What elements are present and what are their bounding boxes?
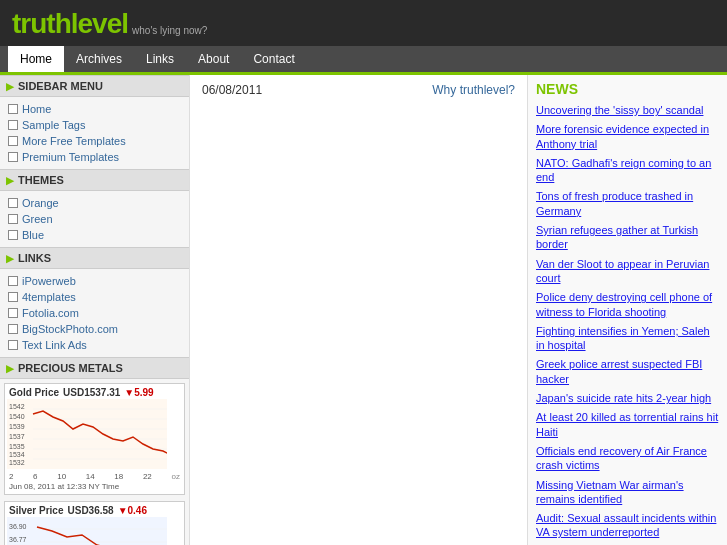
news-link[interactable]: Missing Vietnam War airman's remains ide… bbox=[536, 479, 684, 505]
sidebar-theme-link[interactable]: Blue bbox=[22, 229, 44, 241]
silver-label: Silver Price bbox=[9, 505, 63, 516]
nav-item-home[interactable]: Home bbox=[8, 46, 64, 72]
news-link[interactable]: Uncovering the 'sissy boy' scandal bbox=[536, 104, 703, 116]
nav-item-archives[interactable]: Archives bbox=[64, 46, 134, 72]
news-link[interactable]: Police deny destroying cell phone of wit… bbox=[536, 291, 712, 317]
sidebar-menu-links: HomeSample TagsMore Free TemplatesPremiu… bbox=[0, 97, 189, 169]
sidebar-theme-item: Blue bbox=[0, 227, 189, 243]
sidebar-menu-item: Home bbox=[0, 101, 189, 117]
sidebar-menu-item: Premium Templates bbox=[0, 149, 189, 165]
sidebar-theme-item: Green bbox=[0, 211, 189, 227]
gold-title: Gold Price USD1537.31 ▼5.99 bbox=[7, 386, 182, 399]
sidebar-ext-links: iPowerweb4templatesFotolia.comBigStockPh… bbox=[0, 269, 189, 357]
sidebar-link-item: iPowerweb bbox=[0, 273, 189, 289]
sidebar-menu-item: More Free Templates bbox=[0, 133, 189, 149]
news-item: Greek police arrest suspected FBI hacker bbox=[536, 357, 719, 386]
sidebar-link-item: Text Link Ads bbox=[0, 337, 189, 353]
why-truthlevel-link[interactable]: Why truthlevel? bbox=[432, 83, 515, 97]
svg-text:1537: 1537 bbox=[9, 433, 25, 440]
sidebar-theme-item: Orange bbox=[0, 195, 189, 211]
content: 06/08/2011 Why truthlevel? bbox=[190, 75, 527, 545]
bullet-icon bbox=[8, 152, 18, 162]
svg-text:36.77: 36.77 bbox=[9, 536, 27, 543]
sidebar-ext-link[interactable]: Fotolia.com bbox=[22, 307, 79, 319]
silver-chart-svg: 36.90 36.77 36.63 36.50 bbox=[7, 517, 167, 545]
news-item: Uncovering the 'sissy boy' scandal bbox=[536, 103, 719, 117]
nav-item-links[interactable]: Links bbox=[134, 46, 186, 72]
sidebar-metals-header: ▶ PRECIOUS METALS bbox=[0, 357, 189, 379]
sidebar-theme-link[interactable]: Green bbox=[22, 213, 53, 225]
news-link[interactable]: Japan's suicide rate hits 2-year high bbox=[536, 392, 711, 404]
tagline: who's lying now? bbox=[132, 25, 207, 36]
bullet-icon bbox=[8, 198, 18, 208]
bullet-icon bbox=[8, 324, 18, 334]
gold-label: Gold Price bbox=[9, 387, 59, 398]
news-link[interactable]: NATO: Gadhafi's reign coming to an end bbox=[536, 157, 711, 183]
sidebar-links-header: ▶ LINKS bbox=[0, 247, 189, 269]
bullet-icon bbox=[8, 104, 18, 114]
gold-change: ▼5.99 bbox=[124, 387, 153, 398]
news-item: Van der Sloot to appear in Peruvian cour… bbox=[536, 257, 719, 286]
logo: truthlevel bbox=[12, 8, 128, 40]
main-layout: ▶ SIDEBAR MENU HomeSample TagsMore Free … bbox=[0, 75, 727, 545]
arrow-icon: ▶ bbox=[6, 81, 14, 92]
news-link[interactable]: Audit: Sexual assault incidents within V… bbox=[536, 512, 716, 538]
metals-section: Gold Price USD1537.31 ▼5.99 1542 1540 15… bbox=[0, 379, 189, 545]
news-link[interactable]: More forensic evidence expected in Antho… bbox=[536, 123, 709, 149]
sidebar-themes-header: ▶ THEMES bbox=[0, 169, 189, 191]
nav-item-contact[interactable]: Contact bbox=[241, 46, 306, 72]
svg-text:1542: 1542 bbox=[9, 403, 25, 410]
sidebar-ext-link[interactable]: BigStockPhoto.com bbox=[22, 323, 118, 335]
arrow-icon-4: ▶ bbox=[6, 363, 14, 374]
sidebar: ▶ SIDEBAR MENU HomeSample TagsMore Free … bbox=[0, 75, 190, 545]
gold-price: USD1537.31 bbox=[63, 387, 120, 398]
svg-text:1535: 1535 bbox=[9, 443, 25, 450]
sidebar-menu-link[interactable]: More Free Templates bbox=[22, 135, 126, 147]
content-header: 06/08/2011 Why truthlevel? bbox=[202, 83, 515, 97]
news-link[interactable]: At least 20 killed as torrential rains h… bbox=[536, 411, 718, 437]
news-link[interactable]: Tons of fresh produce trashed in Germany bbox=[536, 190, 693, 216]
news-link[interactable]: Greek police arrest suspected FBI hacker bbox=[536, 358, 702, 384]
news-link[interactable]: Fighting intensifies in Yemen; Saleh in … bbox=[536, 325, 710, 351]
news-link[interactable]: Officials end recovery of Air France cra… bbox=[536, 445, 707, 471]
silver-title: Silver Price USD36.58 ▼0.46 bbox=[7, 504, 182, 517]
silver-change: ▼0.46 bbox=[118, 505, 147, 516]
sidebar-theme-link[interactable]: Orange bbox=[22, 197, 59, 209]
news-item: Police deny destroying cell phone of wit… bbox=[536, 290, 719, 319]
bullet-icon bbox=[8, 230, 18, 240]
header: truthlevel who's lying now? bbox=[0, 0, 727, 46]
news-item: NATO: Gadhafi's reign coming to an end bbox=[536, 156, 719, 185]
sidebar-menu-title: SIDEBAR MENU bbox=[18, 80, 103, 92]
news-link[interactable]: Van der Sloot to appear in Peruvian cour… bbox=[536, 258, 709, 284]
news-link[interactable]: Syrian refugees gather at Turkish border bbox=[536, 224, 698, 250]
news-item: Syrian refugees gather at Turkish border bbox=[536, 223, 719, 252]
silver-chart-box: Silver Price USD36.58 ▼0.46 36.90 36.77 … bbox=[4, 501, 185, 545]
sidebar-ext-link[interactable]: iPowerweb bbox=[22, 275, 76, 287]
sidebar-ext-link[interactable]: Text Link Ads bbox=[22, 339, 87, 351]
sidebar-menu-item: Sample Tags bbox=[0, 117, 189, 133]
svg-text:36.90: 36.90 bbox=[9, 523, 27, 530]
sidebar-menu-link[interactable]: Home bbox=[22, 103, 51, 115]
news-item: Missing Vietnam War airman's remains ide… bbox=[536, 478, 719, 507]
svg-text:1532: 1532 bbox=[9, 459, 25, 466]
content-date: 06/08/2011 bbox=[202, 83, 262, 97]
sidebar-themes-title: THEMES bbox=[18, 174, 64, 186]
sidebar-ext-link[interactable]: 4templates bbox=[22, 291, 76, 303]
news-items: Uncovering the 'sissy boy' scandalMore f… bbox=[536, 103, 719, 545]
bullet-icon bbox=[8, 340, 18, 350]
sidebar-menu-header: ▶ SIDEBAR MENU bbox=[0, 75, 189, 97]
bullet-icon bbox=[8, 308, 18, 318]
svg-text:1540: 1540 bbox=[9, 413, 25, 420]
bullet-icon bbox=[8, 214, 18, 224]
news-item: Fighting intensifies in Yemen; Saleh in … bbox=[536, 324, 719, 353]
arrow-icon-3: ▶ bbox=[6, 253, 14, 264]
gold-x-labels: 2610141822 oz bbox=[7, 472, 182, 481]
silver-price: USD36.58 bbox=[67, 505, 113, 516]
sidebar-menu-link[interactable]: Premium Templates bbox=[22, 151, 119, 163]
sidebar-link-item: 4templates bbox=[0, 289, 189, 305]
nav-item-about[interactable]: About bbox=[186, 46, 241, 72]
gold-chart-box: Gold Price USD1537.31 ▼5.99 1542 1540 15… bbox=[4, 383, 185, 495]
svg-text:1534: 1534 bbox=[9, 451, 25, 458]
sidebar-menu-link[interactable]: Sample Tags bbox=[22, 119, 85, 131]
news-header: NEWS bbox=[536, 81, 719, 97]
